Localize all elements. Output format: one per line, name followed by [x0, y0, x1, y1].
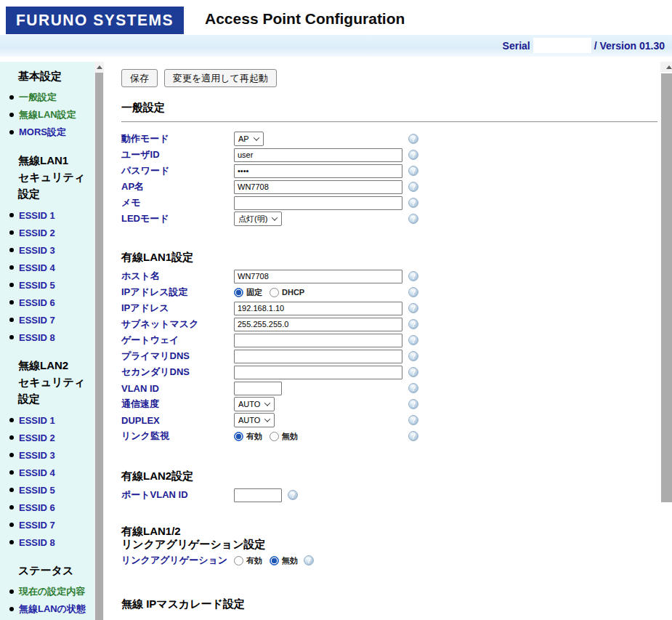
help-icon[interactable]: ?: [408, 271, 418, 281]
sidebar-scrollbar-thumb[interactable]: [95, 73, 103, 620]
help-icon[interactable]: ?: [408, 198, 418, 208]
memo-field[interactable]: [234, 196, 402, 210]
sidebar-link-wlan2-essid1[interactable]: ESSID 1: [19, 415, 55, 426]
operation-mode-select[interactable]: AP: [234, 132, 264, 146]
sidebar-scrollbar[interactable]: [94, 62, 104, 620]
radio-option-enabled[interactable]: 有効: [234, 431, 262, 442]
radio-option-static[interactable]: 固定: [234, 287, 262, 298]
radio-option-disabled[interactable]: 無効: [270, 555, 298, 566]
radio-option-dhcp[interactable]: DHCP: [270, 288, 304, 297]
sidebar-item-wlan-settings[interactable]: 無線LAN設定: [9, 106, 94, 124]
radio-button-icon[interactable]: [234, 432, 243, 441]
help-icon[interactable]: ?: [408, 214, 418, 224]
save-button[interactable]: 保存: [121, 69, 158, 87]
sidebar-link-wlan1-essid6[interactable]: ESSID 6: [19, 297, 55, 308]
sidebar-link-wlan2-essid6[interactable]: ESSID 6: [19, 502, 55, 513]
sidebar-item-wlan2-essid4[interactable]: ESSID 4: [9, 464, 94, 481]
help-icon[interactable]: ?: [408, 303, 418, 313]
radio-option-enabled[interactable]: 有効: [234, 555, 262, 566]
sidebar-item-mors-settings[interactable]: MORS設定: [9, 124, 94, 141]
help-icon[interactable]: ?: [408, 367, 418, 377]
primary-dns-field[interactable]: [234, 350, 402, 363]
sidebar-item-general-settings[interactable]: 一般設定: [9, 89, 94, 106]
main-scrollbar-thumb[interactable]: [661, 73, 672, 502]
help-icon[interactable]: ?: [288, 490, 298, 500]
radio-option-disabled[interactable]: 無効: [270, 431, 298, 442]
sidebar-link-general-settings[interactable]: 一般設定: [19, 91, 57, 104]
sidebar-item-wlan-status[interactable]: 無線LANの状態: [9, 600, 94, 618]
help-icon[interactable]: ?: [408, 150, 418, 160]
radio-button-icon[interactable]: [234, 556, 243, 565]
sidebar-link-wlan2-essid5[interactable]: ESSID 5: [19, 485, 55, 496]
host-name-field[interactable]: [234, 270, 402, 283]
sidebar-item-wlan2-essid8[interactable]: ESSID 8: [9, 534, 94, 551]
help-icon[interactable]: ?: [408, 166, 418, 176]
radio-button-icon[interactable]: [270, 432, 279, 441]
help-icon[interactable]: ?: [408, 287, 418, 297]
led-mode-select[interactable]: 点灯(明): [234, 212, 282, 226]
radio-button-icon[interactable]: [270, 556, 279, 565]
section-divider: [121, 121, 657, 122]
help-icon[interactable]: ?: [304, 555, 314, 565]
help-icon[interactable]: ?: [408, 415, 418, 425]
sidebar-link-wlan2-essid7[interactable]: ESSID 7: [19, 520, 55, 531]
help-icon[interactable]: ?: [408, 335, 418, 345]
password-field[interactable]: [234, 164, 402, 178]
sidebar-item-wlan1-essid8[interactable]: ESSID 8: [9, 329, 94, 346]
user-id-field[interactable]: [234, 148, 402, 162]
sidebar-link-wlan1-essid1[interactable]: ESSID 1: [19, 210, 55, 221]
sidebar-item-current-config[interactable]: 現在の設定内容: [9, 583, 94, 600]
help-icon[interactable]: ?: [408, 399, 418, 409]
help-icon[interactable]: ?: [408, 319, 418, 329]
sidebar-link-wlan2-essid2[interactable]: ESSID 2: [19, 432, 55, 443]
port-vlan-id-field[interactable]: [234, 488, 282, 502]
subnet-mask-field[interactable]: [234, 318, 402, 331]
gateway-field[interactable]: [234, 334, 402, 347]
sidebar-item-wlan2-essid7[interactable]: ESSID 7: [9, 516, 94, 534]
sidebar-link-wlan1-essid2[interactable]: ESSID 2: [19, 228, 55, 238]
sidebar-item-wlan1-essid6[interactable]: ESSID 6: [9, 294, 94, 311]
secondary-dns-field[interactable]: [234, 366, 402, 379]
sidebar-link-current-config[interactable]: 現在の設定内容: [19, 585, 85, 598]
sidebar-link-wlan-status[interactable]: 無線LANの状態: [19, 603, 86, 616]
sidebar-link-mors-settings[interactable]: MORS設定: [19, 126, 66, 139]
sidebar-item-wlan1-essid1[interactable]: ESSID 1: [9, 206, 94, 224]
duplex-select[interactable]: AUTO: [234, 413, 275, 427]
help-icon[interactable]: ?: [408, 134, 418, 144]
sidebar-item-wlan1-essid2[interactable]: ESSID 2: [9, 224, 94, 241]
apply-restart-button[interactable]: 変更を適用して再起動: [164, 69, 277, 87]
sidebar-link-wlan1-essid5[interactable]: ESSID 5: [19, 280, 55, 291]
link-speed-select[interactable]: AUTO: [234, 397, 275, 411]
up-arrow-icon: [666, 65, 672, 69]
sidebar-item-wlan1-essid5[interactable]: ESSID 5: [9, 276, 94, 294]
field-label: メモ: [121, 196, 234, 209]
sidebar-link-wlan1-essid7[interactable]: ESSID 7: [19, 315, 55, 326]
sidebar-item-wlan1-essid3[interactable]: ESSID 3: [9, 241, 94, 259]
radio-button-icon[interactable]: [234, 288, 243, 297]
ip-address-field[interactable]: [234, 302, 402, 315]
sidebar-link-wlan2-essid4[interactable]: ESSID 4: [19, 467, 55, 478]
sidebar-link-wlan2-essid8[interactable]: ESSID 8: [19, 537, 55, 548]
sidebar-item-wlan1-essid7[interactable]: ESSID 7: [9, 311, 94, 329]
vlan-id-field[interactable]: [234, 382, 282, 395]
radio-button-icon[interactable]: [270, 288, 279, 297]
sidebar-item-wlan2-essid3[interactable]: ESSID 3: [9, 446, 94, 464]
help-icon[interactable]: ?: [408, 351, 418, 361]
sidebar-item-wlan2-essid6[interactable]: ESSID 6: [9, 499, 94, 516]
ap-name-field[interactable]: [234, 180, 402, 194]
sidebar-item-wlan2-essid2[interactable]: ESSID 2: [9, 429, 94, 446]
sidebar-item-wlan1-essid4[interactable]: ESSID 4: [9, 259, 94, 276]
sidebar-item-wlan2-essid5[interactable]: ESSID 5: [9, 481, 94, 499]
sidebar-item-wlan2-essid1[interactable]: ESSID 1: [9, 411, 94, 429]
sidebar-scroll-up-button[interactable]: [94, 62, 104, 72]
main-scrollbar[interactable]: [660, 62, 672, 620]
help-icon[interactable]: ?: [408, 431, 418, 441]
help-icon[interactable]: ?: [408, 182, 418, 192]
sidebar-link-wlan1-essid3[interactable]: ESSID 3: [19, 245, 55, 256]
sidebar-link-wlan1-essid8[interactable]: ESSID 8: [19, 332, 55, 343]
sidebar-link-wlan-settings[interactable]: 無線LAN設定: [19, 108, 76, 121]
sidebar-link-wlan2-essid3[interactable]: ESSID 3: [19, 450, 55, 461]
help-icon[interactable]: ?: [408, 383, 418, 393]
sidebar-link-wlan1-essid4[interactable]: ESSID 4: [19, 262, 55, 273]
main-scroll-up-button[interactable]: [660, 62, 672, 72]
